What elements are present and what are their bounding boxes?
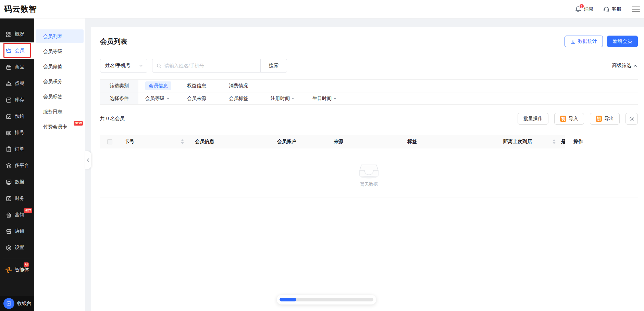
progress-fill — [280, 298, 296, 301]
sidebar-item-data[interactable]: 数据 — [0, 174, 34, 190]
sidebar-item-label: 会员 — [15, 48, 24, 54]
column-header-last-visit[interactable]: 距离上次到店 — [498, 135, 561, 148]
select-all-checkbox[interactable] — [107, 139, 112, 144]
filter-category-member-info[interactable]: 会员信息 — [145, 81, 187, 90]
sidebar-item-overview[interactable]: 概况 — [0, 26, 34, 42]
batch-actions-button[interactable]: 批量操作 — [518, 113, 548, 125]
sidebar-item-cashier[interactable]: 收银台 — [0, 296, 34, 311]
sidebar-item-finance[interactable]: 财务 — [0, 190, 34, 207]
filter-condition-member-tag[interactable]: 会员标签 — [229, 95, 271, 102]
perm-badge-icon: 初 — [596, 116, 602, 122]
top-header: 码云数智 1 消息 — [0, 0, 644, 18]
menu-icon[interactable] — [631, 5, 641, 14]
search-input[interactable] — [164, 63, 256, 68]
secondary-sidebar: 会员列表 会员等级 会员储值 会员积分 会员标签 服务日志 付费会员卡 NEW — [34, 18, 85, 311]
advanced-filter-panel: 筛选类别 会员信息 权益信息 消费情况 选择条件 — [100, 79, 638, 105]
filter-condition-member-level[interactable]: 会员等级 — [145, 95, 187, 102]
member-list-card: 会员列表 数据统计 新增会员 姓名/手机号 — [91, 27, 644, 311]
column-header-source[interactable]: 来源 — [328, 135, 402, 148]
sort-icon[interactable] — [553, 139, 556, 144]
settings-gear-icon — [629, 116, 635, 122]
sidebar-item-store[interactable]: 店铺 — [0, 223, 34, 239]
sidebar-item-dining[interactable]: 点餐 — [0, 75, 34, 92]
submenu-item-member-points[interactable]: 会员积分 — [36, 75, 84, 88]
pinwheel-icon — [5, 267, 12, 273]
register-icon — [3, 298, 14, 309]
chevron-left-icon — [87, 158, 90, 162]
sidebar-item-multi-platform[interactable]: 多平台 — [0, 157, 34, 174]
search-field-select[interactable]: 姓名/手机号 — [100, 59, 147, 73]
filter-category-rights-info[interactable]: 权益信息 — [187, 83, 229, 89]
submenu-item-member-stored-value[interactable]: 会员储值 — [36, 60, 84, 73]
sidebar-item-label: 设置 — [15, 245, 24, 251]
sidebar-collapse-handle[interactable] — [85, 151, 91, 169]
sidebar-item-agent[interactable]: 智能体 AI — [0, 262, 34, 278]
search-icon — [157, 63, 162, 68]
bag-chart-icon — [5, 211, 12, 218]
bar-chart-icon — [570, 39, 575, 44]
sidebar-item-marketing[interactable]: 营销 HOT — [0, 207, 34, 223]
column-header-tags[interactable]: 标签 — [402, 135, 498, 148]
add-member-button[interactable]: 新增会员 — [607, 36, 638, 47]
column-header-actions[interactable]: 操作 — [565, 135, 638, 148]
column-header-card-no[interactable]: 卡号 — [119, 135, 189, 148]
primary-sidebar: 概况 会员 商品 — [0, 18, 34, 311]
member-table: 卡号 会员信息 会员账户 来源 标签 距离上次到店 — [100, 135, 638, 197]
chevron-up-icon — [633, 64, 637, 68]
filter-category-consumption[interactable]: 消费情况 — [229, 83, 271, 89]
sidebar-item-settings[interactable]: 设置 — [0, 239, 34, 256]
submenu-item-member-tags[interactable]: 会员标签 — [36, 90, 84, 103]
empty-state-text: 暂无数据 — [360, 181, 378, 187]
clipboard-icon — [5, 146, 12, 153]
box-icon — [5, 96, 12, 103]
sidebar-item-orders[interactable]: 订单 — [0, 141, 34, 157]
filter-category-label: 筛选类别 — [100, 80, 138, 92]
search-button[interactable]: 搜索 — [260, 59, 287, 72]
crown-icon — [5, 47, 12, 54]
submenu-item-paid-member-card[interactable]: 付费会员卡 NEW — [36, 120, 84, 133]
new-badge: NEW — [74, 121, 83, 126]
cloche-icon — [5, 80, 12, 87]
cashier-label: 收银台 — [17, 300, 32, 307]
sidebar-item-label: 排号 — [15, 130, 24, 136]
sidebar-item-label: 多平台 — [15, 163, 29, 169]
perm-badge-icon: 初 — [560, 116, 566, 122]
messages-label: 消息 — [584, 6, 593, 12]
submenu-item-member-list[interactable]: 会员列表 — [36, 29, 84, 43]
yen-icon — [5, 195, 12, 202]
import-button[interactable]: 初 导入 — [554, 113, 584, 125]
submenu-item-service-log[interactable]: 服务日志 — [36, 105, 84, 118]
messages-button[interactable]: 1 消息 — [575, 6, 593, 13]
data-stats-button[interactable]: 数据统计 — [565, 36, 603, 47]
support-button[interactable]: 客服 — [603, 6, 621, 13]
sidebar-item-label: 商品 — [15, 64, 24, 70]
monitor-chart-icon — [5, 179, 12, 185]
chevron-down-icon — [139, 64, 143, 68]
filter-condition-member-source[interactable]: 会员来源 — [187, 95, 229, 102]
filter-condition-register-time[interactable]: 注册时间 — [271, 95, 312, 102]
sidebar-item-label: 概况 — [15, 31, 24, 37]
column-header-member-account[interactable]: 会员账户 — [272, 135, 328, 148]
storefront-icon — [5, 228, 12, 235]
sidebar-item-member[interactable]: 会员 — [0, 42, 34, 59]
sidebar-item-inventory[interactable]: 库存 — [0, 92, 34, 108]
advanced-filter-toggle[interactable]: 高级筛选 — [612, 63, 638, 69]
loading-progress-bar[interactable] — [277, 295, 376, 304]
ai-badge: AI — [24, 262, 29, 267]
sidebar-item-queue[interactable]: 排号 — [0, 125, 34, 141]
column-header-member-info[interactable]: 会员信息 — [189, 135, 272, 148]
sidebar-item-goods[interactable]: 商品 — [0, 59, 34, 75]
sort-icon[interactable] — [181, 139, 184, 144]
member-count: 共 0 名会员 — [100, 116, 125, 122]
app-logo: 码云数智 — [4, 4, 37, 14]
column-settings-button[interactable] — [626, 113, 638, 125]
submenu-item-member-level[interactable]: 会员等级 — [36, 44, 84, 58]
store-icon — [5, 64, 12, 70]
export-button[interactable]: 初 导出 — [590, 113, 620, 125]
chevron-down-icon — [292, 97, 295, 100]
filter-condition-birthday-time[interactable]: 生日时间 — [312, 95, 354, 102]
support-label: 客服 — [612, 6, 621, 12]
sidebar-item-reservation[interactable]: 预约 — [0, 108, 34, 125]
ticket-icon — [5, 129, 12, 136]
sidebar-divider — [3, 259, 31, 259]
